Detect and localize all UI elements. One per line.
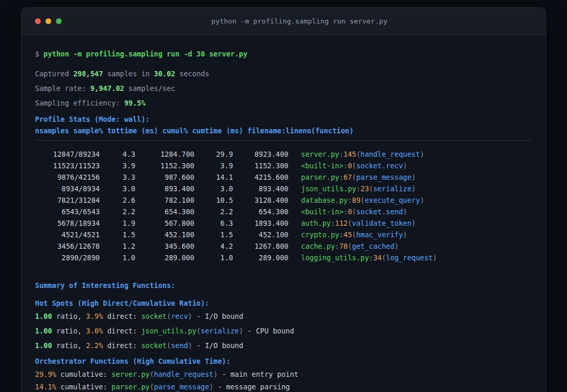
table-cell: 289.000 — [233, 252, 288, 263]
function-location-cell: auth.py:112(validate_token) — [288, 217, 532, 229]
hot-spots-heading: Hot Spots (High Direct/Cumulative Ratio)… — [35, 299, 532, 308]
table-cell: 3.0 — [100, 183, 135, 194]
table-cell: 1.0 — [100, 252, 135, 263]
terminal-window: python -m profiling.sampling run server.… — [21, 7, 546, 392]
window-titlebar: python -m profiling.sampling run server.… — [21, 8, 546, 35]
table-cell: 1284.700 — [135, 148, 194, 160]
text-segment: ) — [188, 312, 192, 320]
prompt-symbol: $ — [35, 50, 43, 58]
text-segment: <built-in> — [301, 162, 343, 170]
text-segment: 1.00 — [35, 327, 52, 335]
table-row: 3456/126781.2345.6004.21267.800cache.py:… — [35, 240, 532, 252]
text-segment: cumulative: — [56, 370, 112, 378]
orchestrator-heading: Orchestrator Functions (High Cumulative … — [35, 357, 532, 366]
text-segment: 2.2% — [86, 341, 103, 350]
command-text: python -m profiling.sampling run -d 30 s… — [43, 50, 247, 58]
text-segment: socket — [141, 312, 167, 320]
table-cell: 5678/18934 — [35, 217, 100, 229]
table-cell: 4.3 — [100, 148, 135, 160]
table-cell: 987.600 — [135, 171, 194, 183]
table-cell: 9876/42156 — [35, 171, 100, 183]
text-segment: 34 — [373, 253, 381, 262]
text-segment: ( — [348, 242, 352, 250]
text-segment: : — [331, 219, 335, 227]
text-segment: samples/sec — [124, 84, 176, 93]
text-segment: Captured — [35, 70, 73, 78]
text-segment: ) — [411, 185, 415, 193]
text-segment: recv — [171, 312, 188, 320]
table-row: 12847/892344.31284.70029.98923.400server… — [35, 148, 532, 160]
text-segment: ) — [395, 242, 399, 250]
text-segment: parse_message — [154, 383, 210, 391]
text-segment: <built-in> — [301, 207, 343, 216]
text-segment: ( — [352, 162, 356, 170]
text-segment: : — [369, 253, 373, 262]
table-cell: 1.2 — [100, 240, 135, 252]
text-segment: - message parsing — [213, 383, 290, 391]
text-segment: ) — [420, 196, 424, 204]
text-segment: 1.00 — [35, 341, 52, 350]
hot-spot-line: 1.00 ratio, 2.2% direct: socket(send) - … — [35, 341, 532, 350]
text-segment: - CPU bound — [243, 327, 294, 335]
orchestrator-list: 29.9% cumulative: server.py(handle_reque… — [35, 370, 532, 391]
summary-heading: Summary of Interesting Functions: — [35, 281, 532, 290]
text-segment: execute_query — [365, 196, 420, 204]
text-segment: 45 — [343, 230, 352, 239]
text-segment: ( — [196, 327, 201, 335]
table-cell: 2.2 — [100, 206, 135, 217]
table-cell: 8923.400 — [233, 148, 288, 160]
text-segment: ratio, — [52, 341, 86, 350]
table-cell: 29.9 — [194, 148, 233, 160]
table-row: 6543/65432.2654.3002.2654.300<built-in>:… — [35, 206, 532, 217]
text-segment: cumulative: — [56, 383, 112, 391]
text-segment: direct: — [103, 341, 141, 350]
text-segment: 1.00 — [35, 312, 52, 320]
table-row: 4521/45211.5452.1001.5452.100crypto.py:4… — [35, 229, 532, 240]
function-location-cell: parser.py:67(parse_message) — [288, 171, 532, 183]
table-cell: 1152.300 — [135, 160, 194, 171]
text-segment: ) — [433, 253, 437, 262]
table-row: 7821/312842.6782.10010.53128.400database… — [35, 194, 532, 206]
text-segment: socket.recv — [356, 162, 403, 170]
text-segment: ( — [149, 370, 154, 378]
table-cell: 4.2 — [194, 240, 233, 252]
text-segment: handle_request — [154, 370, 214, 378]
text-segment: ( — [369, 185, 373, 193]
text-segment: socket.send — [356, 207, 403, 216]
maximize-button[interactable] — [56, 18, 62, 24]
text-segment: 30.02 — [154, 70, 176, 78]
text-segment: crypto.py — [301, 230, 339, 239]
text-segment: 99.5% — [124, 99, 146, 107]
text-segment: ( — [149, 383, 154, 391]
text-segment: 23 — [361, 185, 369, 193]
text-segment: 298,547 — [73, 70, 103, 78]
orchestrator-line: 29.9% cumulative: server.py(handle_reque… — [35, 370, 532, 379]
text-segment: Sample rate: — [35, 84, 90, 93]
table-cell: 1267.800 — [233, 240, 288, 252]
table-cell: 3128.400 — [233, 194, 288, 206]
text-segment: direct: — [103, 327, 141, 335]
table-cell: 1152.300 — [233, 160, 288, 171]
text-segment: ( — [361, 196, 365, 204]
text-segment: json_utils.py — [301, 185, 356, 193]
sampling-efficiency-line: Sampling efficiency: 99.5% — [35, 99, 532, 108]
text-segment: auth.py — [301, 219, 331, 227]
text-segment: ratio, — [52, 327, 86, 335]
table-cell: 2890/2890 — [35, 252, 100, 263]
table-cell: 14.1 — [194, 171, 233, 183]
text-segment: seconds — [175, 70, 209, 78]
close-button[interactable] — [35, 18, 41, 24]
table-row: 11523/115233.91152.3003.91152.300<built-… — [35, 160, 532, 171]
hot-spot-line: 1.00 ratio, 3.0% direct: json_utils.py(s… — [35, 327, 532, 336]
text-segment: - I/O bound — [192, 312, 244, 320]
text-segment: server.py — [301, 150, 339, 158]
text-segment: ) — [420, 150, 424, 158]
minimize-button[interactable] — [45, 18, 51, 24]
table-cell: 12847/89234 — [35, 148, 100, 160]
function-location-cell: cache.py:78(get_cached) — [288, 240, 532, 252]
text-segment: ( — [352, 207, 356, 216]
table-cell: 11523/11523 — [35, 160, 100, 171]
text-segment: parser.py — [111, 383, 149, 391]
table-row: 9876/421563.3987.60014.14215.600parser.p… — [35, 171, 532, 183]
text-segment: ( — [167, 312, 171, 320]
